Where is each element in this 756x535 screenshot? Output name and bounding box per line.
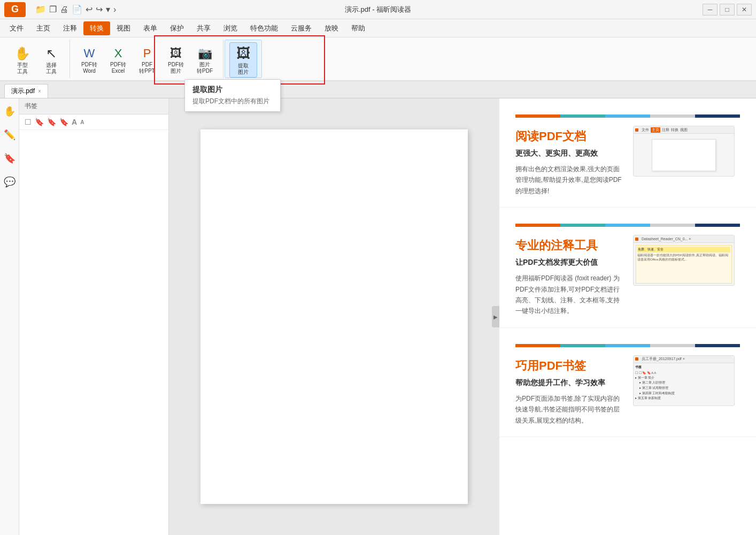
section3-text: 为PDF页面添加书签,除了实现内容的快速导航,书签还能指明不同书签的层级关系,展… [515, 393, 625, 426]
pdf-content-area[interactable] [169, 98, 499, 535]
excel-icon: X [114, 47, 122, 60]
menu-convert[interactable]: 转换 [83, 21, 110, 35]
tooltip-extract: 提取图片 提取PDF文档中的所有图片 [184, 79, 281, 112]
section3-accent [515, 344, 740, 347]
pdf-to-image-button[interactable]: 🖼 PDF转图片 [162, 43, 190, 78]
extract-image-label: 提取图片 [238, 63, 249, 75]
menu-cloud[interactable]: 云服务 [284, 21, 318, 35]
close-button[interactable]: ✕ [737, 4, 752, 16]
sidebar-content [19, 130, 168, 535]
section1-text: 拥有出色的文档渲染效果,强大的页面管理功能,帮助提升效率,是您阅读PDF的理想选… [515, 164, 625, 196]
more-icon[interactable]: › [113, 5, 116, 14]
sidebar-toolbar: ☐ 🔖 🔖 🔖 A A [19, 114, 168, 130]
undo-icon[interactable]: ↩ [86, 4, 92, 14]
pdf-to-word-label: PDF转Word [81, 62, 97, 74]
window-controls: ─ □ ✕ [703, 4, 752, 16]
menu-home[interactable]: 主页 [30, 21, 57, 35]
tab-bar: 演示.pdf × [0, 81, 756, 98]
select-tool-label: 选择工具 [46, 62, 57, 75]
extract-image-button[interactable]: 🖼 提取图片 [229, 42, 257, 78]
titlebar-toolbar: 📁 ❐ 🖨 📄 ↩ ↪ ▾ › [35, 4, 116, 14]
minimize-button[interactable]: ─ [703, 4, 718, 16]
tooltip-description: 提取PDF文档中的所有图片 [192, 97, 273, 106]
extract-img-icon: 🖼 [236, 45, 250, 62]
main-area: ✋ ✏️ 🔖 💬 书签 ☐ 🔖 🔖 🔖 A A ▶ [0, 98, 756, 535]
sidebar-tool-bk3[interactable]: 🔖 [59, 118, 68, 126]
hand-icon: ✋ [14, 46, 30, 61]
left-bookmark-icon[interactable]: 🔖 [2, 151, 17, 166]
tooltip-title: 提取图片 [192, 85, 273, 95]
new-file-icon[interactable]: 📄 [72, 4, 82, 14]
ppt-icon: P [143, 47, 151, 60]
image-to-pdf-label: 图片转PDF [197, 62, 213, 74]
section2-title: 专业的注释工具 [515, 238, 625, 254]
pdf-to-ppt-label: PDF转PPT [139, 62, 155, 74]
select-icon: ↖ [46, 46, 57, 61]
doc-section-annotate: 专业的注释工具 让PDF文档发挥更大价值 使用福昕PDF阅读器 (foxit r… [499, 208, 756, 328]
pdf-to-ppt-button[interactable]: P PDF转PPT [133, 43, 161, 78]
app-logo: G [4, 2, 26, 17]
ribbon-group-tools: ✋ 手型工具 ↖ 选择工具 [4, 40, 70, 78]
sidebar: 书签 ☐ 🔖 🔖 🔖 A A [19, 98, 169, 535]
left-comment-icon[interactable]: 💬 [2, 174, 17, 189]
menu-slideshow[interactable]: 放映 [318, 21, 345, 35]
section2-screenshot: Datasheet_Reader_CN_0... × 免费、快速、安全 福昕阅读… [633, 235, 735, 286]
right-panel: 阅读PDF文档 更强大、更实用、更高效 拥有出色的文档渲染效果,强大的页面管理功… [499, 98, 756, 535]
menu-bar: 文件 主页 注释 转换 视图 表单 保护 共享 浏览 特色功能 云服务 放映 帮… [0, 19, 756, 37]
image-to-pdf-button[interactable]: 📷 图片转PDF [191, 43, 219, 78]
img-to-pdf-icon: 📷 [198, 47, 212, 60]
pdf-to-image-label: PDF转图片 [168, 62, 184, 74]
ribbon-group-convert: W PDF转Word X PDF转Excel P PDF转PPT 🖼 PDF转图… [71, 40, 223, 78]
hand-tool-button[interactable]: ✋ 手型工具 [9, 43, 36, 78]
redo-icon[interactable]: ↪ [96, 4, 103, 14]
sidebar-tool-text-large[interactable]: A [72, 118, 77, 126]
pdf-to-excel-button[interactable]: X PDF转Excel [104, 43, 132, 78]
section2-text: 使用福昕PDF阅读器 (foxit reader) 为PDF文件添加注释,可对P… [515, 273, 625, 317]
section1-subtitle: 更强大、更实用、更高效 [515, 149, 625, 158]
tab-close-button[interactable]: × [38, 88, 41, 94]
pdf-to-excel-label: PDF转Excel [110, 62, 126, 74]
menu-share[interactable]: 共享 [190, 21, 217, 35]
section1-accent [515, 114, 740, 118]
maximize-button[interactable]: □ [720, 4, 735, 16]
dropdown-icon[interactable]: ▾ [106, 4, 110, 14]
left-annotation-icon[interactable]: ✏️ [2, 127, 17, 142]
menu-file[interactable]: 文件 [3, 21, 30, 35]
open-folder-icon[interactable]: 📁 [35, 4, 46, 14]
section3-screenshot: 员工手册_20120917.pdf × 书签 ☐ ☐ 🔖 🔖 A A ▸ 第一章… [633, 355, 735, 406]
print-icon[interactable]: 🖨 [60, 5, 68, 14]
ribbon-group-extract: 🖼 提取图片 [225, 40, 262, 78]
menu-browse[interactable]: 浏览 [217, 21, 244, 35]
pdf-to-img-icon: 🖼 [170, 47, 182, 60]
doc-section-bookmark: 巧用PDF书签 帮助您提升工作、学习效率 为PDF页面添加书签,除了实现内容的快… [499, 328, 756, 437]
hand-tool-label: 手型工具 [17, 62, 28, 75]
section3-title: 巧用PDF书签 [515, 358, 625, 374]
title-bar: G 📁 ❐ 🖨 📄 ↩ ↪ ▾ › 演示.pdf - 福昕阅读器 ─ □ ✕ [0, 0, 756, 19]
sidebar-tool-text-small[interactable]: A [80, 119, 84, 125]
menu-help[interactable]: 帮助 [345, 21, 372, 35]
doc-section-read: 阅读PDF文档 更强大、更实用、更高效 拥有出色的文档渲染效果,强大的页面管理功… [499, 98, 756, 208]
section3-subtitle: 帮助您提升工作、学习效率 [515, 378, 625, 388]
sidebar-tool-bk1[interactable]: 🔖 [35, 118, 44, 126]
menu-annotation[interactable]: 注释 [57, 21, 83, 35]
menu-feature[interactable]: 特色功能 [244, 21, 284, 35]
menu-view[interactable]: 视图 [110, 21, 137, 35]
collapse-arrow: ▶ [493, 314, 498, 320]
doc-preview: 阅读PDF文档 更强大、更实用、更高效 拥有出色的文档渲染效果,强大的页面管理功… [499, 98, 756, 535]
ribbon: ✋ 手型工具 ↖ 选择工具 W PDF转Word X PDF转Excel P P… [0, 37, 756, 81]
new-window-icon[interactable]: ❐ [49, 4, 57, 14]
sidebar-tool-new[interactable]: ☐ [25, 118, 32, 126]
select-tool-button[interactable]: ↖ 选择工具 [37, 43, 65, 78]
section1-title: 阅读PDF文档 [515, 128, 625, 144]
menu-form[interactable]: 表单 [137, 21, 164, 35]
pdf-tab[interactable]: 演示.pdf × [4, 84, 48, 98]
pdf-page [200, 129, 468, 504]
sidebar-tool-bk2[interactable]: 🔖 [47, 118, 56, 126]
menu-protect[interactable]: 保护 [164, 21, 190, 35]
left-hand-icon[interactable]: ✋ [2, 104, 17, 119]
section1-screenshot: 文件 主页 注释 转换 视图 [633, 126, 735, 177]
collapse-handle[interactable]: ▶ [492, 306, 499, 327]
sidebar-header: 书签 [19, 98, 168, 114]
left-panel: ✋ ✏️ 🔖 💬 [0, 98, 19, 535]
pdf-to-word-button[interactable]: W PDF转Word [75, 43, 103, 78]
